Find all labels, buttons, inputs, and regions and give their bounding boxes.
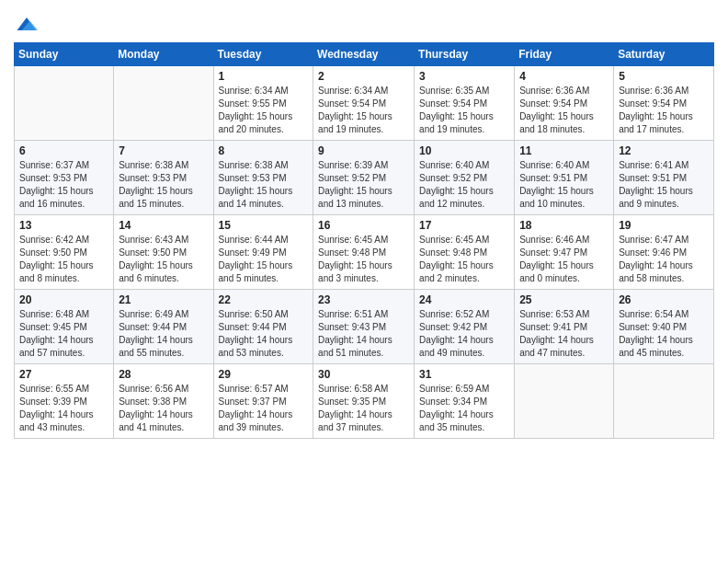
- day-number: 24: [419, 293, 509, 306]
- calendar-cell: 6Sunrise: 6:37 AM Sunset: 9:53 PM Daylig…: [15, 141, 114, 215]
- day-number: 19: [619, 219, 709, 232]
- day-number: 28: [119, 368, 208, 381]
- day-number: 18: [519, 219, 609, 232]
- day-info: Sunrise: 6:37 AM Sunset: 9:53 PM Dayligh…: [19, 159, 108, 211]
- day-number: 17: [419, 219, 509, 232]
- calendar-cell: 11Sunrise: 6:40 AM Sunset: 9:51 PM Dayli…: [515, 141, 614, 215]
- calendar-cell: 4Sunrise: 6:36 AM Sunset: 9:54 PM Daylig…: [515, 66, 614, 141]
- day-info: Sunrise: 6:35 AM Sunset: 9:54 PM Dayligh…: [419, 85, 509, 136]
- day-number: 6: [19, 144, 108, 157]
- day-info: Sunrise: 6:34 AM Sunset: 9:55 PM Dayligh…: [219, 85, 309, 136]
- calendar-cell: [15, 66, 114, 141]
- day-info: Sunrise: 6:44 AM Sunset: 9:49 PM Dayligh…: [219, 234, 309, 285]
- week-row-5: 27Sunrise: 6:55 AM Sunset: 9:39 PM Dayli…: [15, 364, 714, 439]
- calendar-cell: 23Sunrise: 6:51 AM Sunset: 9:43 PM Dayli…: [313, 290, 415, 364]
- calendar-cell: 9Sunrise: 6:39 AM Sunset: 9:52 PM Daylig…: [313, 141, 415, 215]
- day-number: 25: [519, 293, 609, 306]
- day-number: 9: [318, 144, 409, 157]
- day-number: 10: [419, 144, 509, 157]
- day-info: Sunrise: 6:38 AM Sunset: 9:53 PM Dayligh…: [219, 159, 309, 211]
- day-number: 26: [619, 293, 709, 306]
- calendar-cell: 15Sunrise: 6:44 AM Sunset: 9:49 PM Dayli…: [213, 215, 313, 290]
- calendar-cell: [114, 66, 213, 141]
- calendar-cell: 2Sunrise: 6:34 AM Sunset: 9:54 PM Daylig…: [313, 66, 415, 141]
- day-number: 31: [419, 368, 509, 381]
- weekday-header-row: SundayMondayTuesdayWednesdayThursdayFrid…: [15, 43, 714, 66]
- day-info: Sunrise: 6:45 AM Sunset: 9:48 PM Dayligh…: [419, 234, 509, 285]
- day-info: Sunrise: 6:47 AM Sunset: 9:46 PM Dayligh…: [619, 234, 709, 285]
- calendar-table: SundayMondayTuesdayWednesdayThursdayFrid…: [14, 42, 714, 439]
- day-info: Sunrise: 6:42 AM Sunset: 9:50 PM Dayligh…: [19, 234, 108, 285]
- day-number: 5: [619, 70, 709, 83]
- calendar-cell: 21Sunrise: 6:49 AM Sunset: 9:44 PM Dayli…: [114, 290, 213, 364]
- calendar-cell: 22Sunrise: 6:50 AM Sunset: 9:44 PM Dayli…: [213, 290, 313, 364]
- day-number: 20: [19, 293, 108, 306]
- week-row-2: 6Sunrise: 6:37 AM Sunset: 9:53 PM Daylig…: [15, 141, 714, 215]
- weekday-header-thursday: Thursday: [415, 43, 515, 66]
- calendar-cell: 28Sunrise: 6:56 AM Sunset: 9:38 PM Dayli…: [114, 364, 213, 439]
- day-info: Sunrise: 6:51 AM Sunset: 9:43 PM Dayligh…: [318, 308, 409, 360]
- day-number: 14: [119, 219, 208, 232]
- day-info: Sunrise: 6:57 AM Sunset: 9:37 PM Dayligh…: [219, 383, 309, 434]
- calendar-cell: 3Sunrise: 6:35 AM Sunset: 9:54 PM Daylig…: [415, 66, 515, 141]
- calendar-cell: 30Sunrise: 6:58 AM Sunset: 9:35 PM Dayli…: [313, 364, 415, 439]
- header: [14, 9, 714, 37]
- day-number: 4: [519, 70, 609, 83]
- calendar-cell: 7Sunrise: 6:38 AM Sunset: 9:53 PM Daylig…: [114, 141, 213, 215]
- calendar-cell: 17Sunrise: 6:45 AM Sunset: 9:48 PM Dayli…: [415, 215, 515, 290]
- calendar-cell: 31Sunrise: 6:59 AM Sunset: 9:34 PM Dayli…: [415, 364, 515, 439]
- day-info: Sunrise: 6:43 AM Sunset: 9:50 PM Dayligh…: [119, 234, 208, 285]
- day-info: Sunrise: 6:59 AM Sunset: 9:34 PM Dayligh…: [419, 383, 509, 434]
- day-number: 8: [219, 144, 309, 157]
- day-info: Sunrise: 6:56 AM Sunset: 9:38 PM Dayligh…: [119, 383, 208, 434]
- day-info: Sunrise: 6:52 AM Sunset: 9:42 PM Dayligh…: [419, 308, 509, 360]
- day-number: 13: [19, 219, 108, 232]
- day-number: 11: [519, 144, 609, 157]
- day-info: Sunrise: 6:50 AM Sunset: 9:44 PM Dayligh…: [219, 308, 309, 360]
- day-number: 22: [219, 293, 309, 306]
- day-number: 30: [318, 368, 409, 381]
- day-info: Sunrise: 6:54 AM Sunset: 9:40 PM Dayligh…: [619, 308, 709, 360]
- day-number: 12: [619, 144, 709, 157]
- calendar-cell: 8Sunrise: 6:38 AM Sunset: 9:53 PM Daylig…: [213, 141, 313, 215]
- page: SundayMondayTuesdayWednesdayThursdayFrid…: [0, 0, 728, 563]
- weekday-header-saturday: Saturday: [614, 43, 714, 66]
- weekday-header-friday: Friday: [515, 43, 614, 66]
- weekday-header-wednesday: Wednesday: [313, 43, 415, 66]
- calendar-cell: 18Sunrise: 6:46 AM Sunset: 9:47 PM Dayli…: [515, 215, 614, 290]
- weekday-header-sunday: Sunday: [15, 43, 114, 66]
- calendar-cell: 16Sunrise: 6:45 AM Sunset: 9:48 PM Dayli…: [313, 215, 415, 290]
- calendar-cell: 24Sunrise: 6:52 AM Sunset: 9:42 PM Dayli…: [415, 290, 515, 364]
- day-number: 21: [119, 293, 208, 306]
- day-info: Sunrise: 6:34 AM Sunset: 9:54 PM Dayligh…: [318, 85, 409, 136]
- week-row-4: 20Sunrise: 6:48 AM Sunset: 9:45 PM Dayli…: [15, 290, 714, 364]
- calendar-cell: 13Sunrise: 6:42 AM Sunset: 9:50 PM Dayli…: [15, 215, 114, 290]
- day-info: Sunrise: 6:53 AM Sunset: 9:41 PM Dayligh…: [519, 308, 609, 360]
- calendar-cell: 29Sunrise: 6:57 AM Sunset: 9:37 PM Dayli…: [213, 364, 313, 439]
- day-number: 15: [219, 219, 309, 232]
- day-number: 7: [119, 144, 208, 157]
- day-info: Sunrise: 6:38 AM Sunset: 9:53 PM Dayligh…: [119, 159, 208, 211]
- day-number: 3: [419, 70, 509, 83]
- day-info: Sunrise: 6:45 AM Sunset: 9:48 PM Dayligh…: [318, 234, 409, 285]
- calendar-cell: 25Sunrise: 6:53 AM Sunset: 9:41 PM Dayli…: [515, 290, 614, 364]
- week-row-1: 1Sunrise: 6:34 AM Sunset: 9:55 PM Daylig…: [15, 66, 714, 141]
- calendar-cell: 1Sunrise: 6:34 AM Sunset: 9:55 PM Daylig…: [213, 66, 313, 141]
- week-row-3: 13Sunrise: 6:42 AM Sunset: 9:50 PM Dayli…: [15, 215, 714, 290]
- day-number: 16: [318, 219, 409, 232]
- day-info: Sunrise: 6:40 AM Sunset: 9:52 PM Dayligh…: [419, 159, 509, 211]
- logo-icon: [14, 11, 40, 37]
- day-number: 23: [318, 293, 409, 306]
- day-info: Sunrise: 6:58 AM Sunset: 9:35 PM Dayligh…: [318, 383, 409, 434]
- day-info: Sunrise: 6:46 AM Sunset: 9:47 PM Dayligh…: [519, 234, 609, 285]
- calendar-cell: 20Sunrise: 6:48 AM Sunset: 9:45 PM Dayli…: [15, 290, 114, 364]
- day-info: Sunrise: 6:49 AM Sunset: 9:44 PM Dayligh…: [119, 308, 208, 360]
- day-info: Sunrise: 6:41 AM Sunset: 9:51 PM Dayligh…: [619, 159, 709, 211]
- calendar-cell: 19Sunrise: 6:47 AM Sunset: 9:46 PM Dayli…: [614, 215, 714, 290]
- calendar-cell: 27Sunrise: 6:55 AM Sunset: 9:39 PM Dayli…: [15, 364, 114, 439]
- day-info: Sunrise: 6:39 AM Sunset: 9:52 PM Dayligh…: [318, 159, 409, 211]
- calendar-cell: [614, 364, 714, 439]
- calendar-cell: 12Sunrise: 6:41 AM Sunset: 9:51 PM Dayli…: [614, 141, 714, 215]
- calendar-cell: 10Sunrise: 6:40 AM Sunset: 9:52 PM Dayli…: [415, 141, 515, 215]
- day-number: 29: [219, 368, 309, 381]
